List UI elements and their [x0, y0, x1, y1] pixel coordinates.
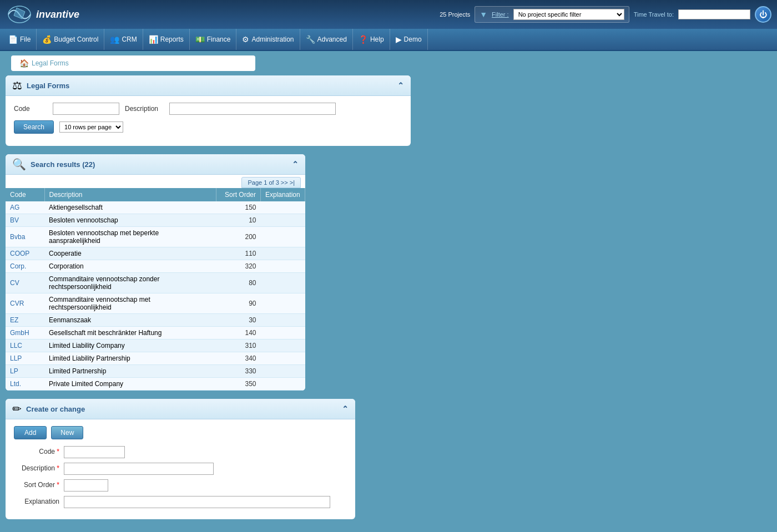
- table-row: Ltd.Private Limited Company350: [6, 378, 305, 391]
- create-explanation-input[interactable]: [64, 496, 330, 508]
- cell-explanation: [261, 340, 305, 352]
- code-link[interactable]: Ltd.: [10, 380, 21, 388]
- finance-icon: 💵: [195, 35, 205, 44]
- create-description-input[interactable]: [64, 463, 214, 475]
- nav-item-budget-control[interactable]: 💰 Budget Control: [37, 29, 104, 50]
- code-link[interactable]: Bvba: [10, 233, 25, 241]
- cell-description: Gesellschaft mit beschränkter Haftung: [44, 327, 216, 340]
- col-header-code: Code: [6, 188, 44, 201]
- breadcrumb-text: Legal Forms: [32, 59, 69, 67]
- cell-explanation: [261, 227, 305, 247]
- nav-item-help[interactable]: ❓ Help: [353, 29, 390, 50]
- cell-sort-order: 10: [216, 214, 261, 227]
- nav-item-demo[interactable]: ▶ Demo: [390, 29, 428, 50]
- home-icon: 🏠: [19, 59, 29, 68]
- new-button[interactable]: New: [51, 426, 83, 439]
- cell-description: Besloten vennootschap met beperkte aansp…: [44, 227, 216, 247]
- nav-label-reports: Reports: [160, 36, 184, 43]
- project-count: 25 Projects: [440, 11, 470, 18]
- search-description-input[interactable]: [169, 103, 336, 115]
- cell-code: LLP: [6, 352, 44, 365]
- col-header-explanation: Explanation: [261, 188, 305, 201]
- results-panel-title: Search results (22): [31, 160, 287, 169]
- nav-item-file[interactable]: 📄 File: [3, 29, 37, 50]
- cell-explanation: [261, 293, 305, 314]
- nav-label-budget-control: Budget Control: [54, 36, 98, 43]
- time-travel-input[interactable]: [678, 9, 750, 19]
- code-link[interactable]: LLC: [10, 342, 22, 349]
- administration-icon: ⚙: [242, 35, 249, 44]
- cell-explanation: [261, 378, 305, 391]
- cell-description: Limited Liability Partnership: [44, 352, 216, 365]
- create-panel-collapse-button[interactable]: ⌃: [342, 404, 349, 413]
- cell-description: Cooperatie: [44, 247, 216, 260]
- create-panel-title: Create or change: [26, 405, 337, 413]
- code-link[interactable]: Corp.: [10, 262, 26, 270]
- power-button[interactable]: ⏻: [755, 6, 771, 23]
- results-panel-collapse-button[interactable]: ⌃: [292, 160, 299, 169]
- cell-sort-order: 320: [216, 260, 261, 273]
- nav-label-demo: Demo: [404, 36, 422, 43]
- filter-label[interactable]: Filter :: [492, 11, 509, 18]
- code-link[interactable]: CV: [10, 279, 19, 287]
- code-link[interactable]: CVR: [10, 300, 24, 307]
- create-description-row: Description *: [14, 463, 347, 475]
- action-buttons: Add New: [14, 426, 347, 439]
- nav-label-crm: CRM: [122, 36, 137, 43]
- rows-per-page-select[interactable]: 10 rows per page 25 rows per page 50 row…: [59, 121, 123, 133]
- create-panel-header: ✏ Create or change ⌃: [6, 399, 355, 419]
- nav-item-crm[interactable]: 👥 CRM: [104, 29, 143, 50]
- breadcrumb: 🏠 Legal Forms: [11, 55, 255, 71]
- cell-sort-order: 330: [216, 365, 261, 378]
- create-panel-body: Add New Code * Description * Sort O: [6, 419, 355, 519]
- help-icon: ❓: [359, 35, 368, 44]
- code-link[interactable]: LLP: [10, 354, 22, 362]
- cell-description: Commanditaire vennootschap met rechtsper…: [44, 293, 216, 314]
- table-row: COOPCooperatie110: [6, 247, 305, 260]
- code-link[interactable]: COOP: [10, 250, 29, 257]
- code-link[interactable]: EZ: [10, 316, 18, 324]
- cell-explanation: [261, 214, 305, 227]
- code-link[interactable]: BV: [10, 216, 19, 224]
- code-link[interactable]: GmbH: [10, 329, 29, 337]
- table-row: LLCLimited Liability Company310: [6, 340, 305, 352]
- cell-code: GmbH: [6, 327, 44, 340]
- project-filter-select[interactable]: No project specific filter: [513, 9, 624, 20]
- add-button[interactable]: Add: [14, 426, 47, 439]
- cell-description: Private Limited Company: [44, 378, 216, 391]
- cell-code: Ltd.: [6, 378, 44, 391]
- rows-per-page-wrapper: 10 rows per page 25 rows per page 50 row…: [59, 121, 123, 133]
- search-button[interactable]: Search: [14, 120, 54, 134]
- cell-sort-order: 350: [216, 378, 261, 391]
- nav-item-advanced[interactable]: 🔧 Advanced: [300, 29, 353, 50]
- results-table: Code Description Sort Order Explanation …: [6, 188, 305, 391]
- code-link[interactable]: LP: [10, 367, 18, 375]
- table-row: BVBesloten vennootschap10: [6, 214, 305, 227]
- nav-label-administration: Administration: [251, 36, 294, 43]
- create-sort-order-label: Sort Order *: [14, 479, 64, 489]
- nav-label-file: File: [20, 36, 31, 43]
- cell-code: AG: [6, 201, 44, 214]
- cell-code: BV: [6, 214, 44, 227]
- table-row: AGAktiengesellschaft150: [6, 201, 305, 214]
- nav-item-reports[interactable]: 📊 Reports: [143, 29, 190, 50]
- code-link[interactable]: AG: [10, 204, 19, 211]
- search-panel-collapse-button[interactable]: ⌃: [397, 81, 404, 90]
- search-results-panel: 🔍 Search results (22) ⌃ Page 1 of 3 >> >…: [6, 154, 305, 391]
- search-code-input[interactable]: [53, 103, 119, 115]
- create-code-input[interactable]: [64, 446, 125, 458]
- create-explanation-row: Explanation: [14, 496, 347, 508]
- cell-description: Eenmanszaak: [44, 314, 216, 327]
- cell-sort-order: 30: [216, 314, 261, 327]
- cell-code: COOP: [6, 247, 44, 260]
- create-sort-order-input[interactable]: [64, 479, 108, 492]
- nav-item-administration[interactable]: ⚙ Administration: [236, 29, 300, 50]
- cell-sort-order: 110: [216, 247, 261, 260]
- project-filter-area: ▼ Filter : No project specific filter: [475, 6, 629, 23]
- cell-description: Aktiengesellschaft: [44, 201, 216, 214]
- col-header-description: Description: [44, 188, 216, 201]
- cell-code: Corp.: [6, 260, 44, 273]
- create-code-row: Code *: [14, 446, 347, 458]
- nav-item-finance[interactable]: 💵 Finance: [190, 29, 237, 50]
- cell-code: CV: [6, 273, 44, 293]
